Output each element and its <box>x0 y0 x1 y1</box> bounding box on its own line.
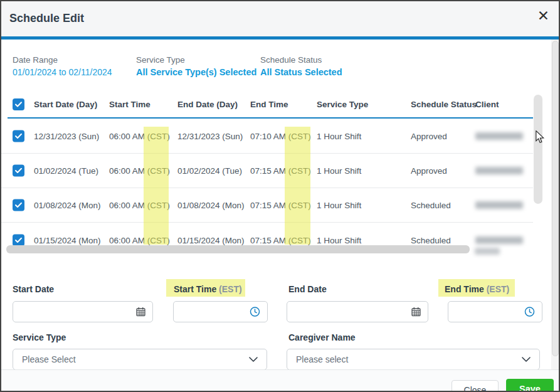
status-cell: Approved <box>411 132 447 141</box>
table-row: 12/31/2023 (Sun) 06:00 AM (CST) 12/31/20… <box>1 119 533 154</box>
end-date-cell: 12/31/2023 (Sun) <box>177 132 243 141</box>
modal-title: Schedule Edit <box>9 12 84 25</box>
client-redacted <box>475 201 523 209</box>
caregiver-name-select[interactable]: Please select <box>287 349 540 370</box>
check-icon <box>15 102 22 107</box>
schedule-edit-modal: Schedule Edit ✕ Date Range Service Type … <box>0 0 560 392</box>
modal-header: Schedule Edit ✕ <box>1 1 559 36</box>
col-client[interactable]: Client <box>475 100 499 109</box>
header-divider <box>1 36 559 40</box>
col-service-type[interactable]: Service Type <box>317 100 368 109</box>
save-button[interactable]: Save <box>506 379 554 392</box>
clock-icon[interactable] <box>524 307 535 317</box>
start-date-cell: 01/15/2024 (Mon) <box>34 235 101 245</box>
start-time-timezone: (EST) <box>219 284 242 294</box>
schedule-status-filter-value[interactable]: All Status Selected <box>260 67 342 77</box>
client-redacted-partial <box>475 248 500 255</box>
cst-highlight-start-time <box>144 127 169 245</box>
chevron-down-icon <box>522 357 531 362</box>
end-date-input[interactable] <box>287 301 428 322</box>
end-time-label: End Time (EST) <box>445 284 509 294</box>
close-icon[interactable]: ✕ <box>537 9 549 23</box>
calendar-icon[interactable] <box>411 307 421 317</box>
start-time-label: Start Time (EST) <box>174 284 242 294</box>
end-date-cell: 01/08/2024 (Mon) <box>177 201 245 210</box>
col-end-time[interactable]: End Time <box>250 100 288 109</box>
close-button[interactable]: Close <box>452 380 499 392</box>
select-all-checkbox[interactable] <box>13 98 24 110</box>
start-date-input[interactable] <box>13 301 153 322</box>
client-redacted <box>475 236 523 244</box>
end-time-timezone: (EST) <box>487 284 510 294</box>
caregiver-name-label: Caregiver Name <box>288 332 356 342</box>
check-icon <box>15 134 22 139</box>
end-date-label: End Date <box>288 284 327 294</box>
status-cell: Approved <box>411 166 447 176</box>
end-date-cell: 01/02/2024 (Tue) <box>177 166 242 176</box>
table-row: 01/02/2024 (Tue) 06:00 AM (CST) 01/02/20… <box>1 154 533 188</box>
col-start-date[interactable]: Start Date (Day) <box>34 100 97 109</box>
check-icon <box>15 203 22 208</box>
cst-highlight-end-time <box>285 127 310 245</box>
modal-scrollbar-thumb[interactable] <box>552 41 559 356</box>
date-range-label: Date Range <box>13 55 58 65</box>
modal-scrollbar-track[interactable] <box>551 40 559 369</box>
service-type-cell: 1 Hour Shift <box>317 166 361 176</box>
row-checkbox[interactable] <box>13 165 24 177</box>
service-type-select[interactable]: Please Select <box>13 349 267 370</box>
clock-icon[interactable] <box>250 307 260 317</box>
start-date-label: Start Date <box>13 284 54 294</box>
table-row: 01/08/2024 (Mon) 06:00 AM (CST) 01/08/20… <box>1 188 533 223</box>
start-date-cell: 01/02/2024 (Tue) <box>34 166 98 176</box>
chevron-down-icon <box>249 357 258 362</box>
start-date-cell: 12/31/2023 (Sun) <box>34 132 99 141</box>
mouse-cursor <box>535 130 545 146</box>
row-checkbox[interactable] <box>13 130 24 142</box>
end-time-input[interactable] <box>448 301 542 322</box>
service-type-placeholder: Please Select <box>22 354 76 364</box>
service-type-filter-value[interactable]: All Service Type(s) Selected <box>136 67 256 77</box>
service-type-filter-label: Service Type <box>136 55 185 65</box>
check-icon <box>15 168 22 174</box>
end-date-cell: 01/15/2024 (Mon) <box>177 235 245 245</box>
modal-footer: Close Save <box>1 369 559 392</box>
row-checkbox[interactable] <box>13 234 24 246</box>
start-time-input[interactable] <box>173 301 268 322</box>
caregiver-placeholder: Please select <box>296 354 348 364</box>
check-icon <box>15 237 22 243</box>
table-header-divider <box>8 117 533 119</box>
service-type-label: Service Type <box>13 332 66 342</box>
horizontal-scrollbar[interactable] <box>6 245 470 253</box>
start-date-cell: 01/08/2024 (Mon) <box>34 201 101 210</box>
calendar-icon[interactable] <box>136 307 145 317</box>
table-vertical-scrollbar[interactable] <box>534 95 542 204</box>
col-end-date[interactable]: End Date (Day) <box>177 100 238 109</box>
date-range-value: 01/01/2024 to 02/11/2024 <box>13 67 112 77</box>
col-schedule-status[interactable]: Schedule Status <box>411 100 477 109</box>
status-cell: Scheduled <box>411 235 451 245</box>
service-type-cell: 1 Hour Shift <box>317 201 361 210</box>
service-type-cell: 1 Hour Shift <box>317 235 361 245</box>
row-checkbox[interactable] <box>13 199 24 211</box>
service-type-cell: 1 Hour Shift <box>317 132 361 141</box>
schedule-status-filter-label: Schedule Status <box>260 55 322 65</box>
col-start-time[interactable]: Start Time <box>109 100 151 109</box>
client-redacted <box>475 167 523 174</box>
status-cell: Scheduled <box>411 201 451 210</box>
client-redacted <box>475 132 523 140</box>
